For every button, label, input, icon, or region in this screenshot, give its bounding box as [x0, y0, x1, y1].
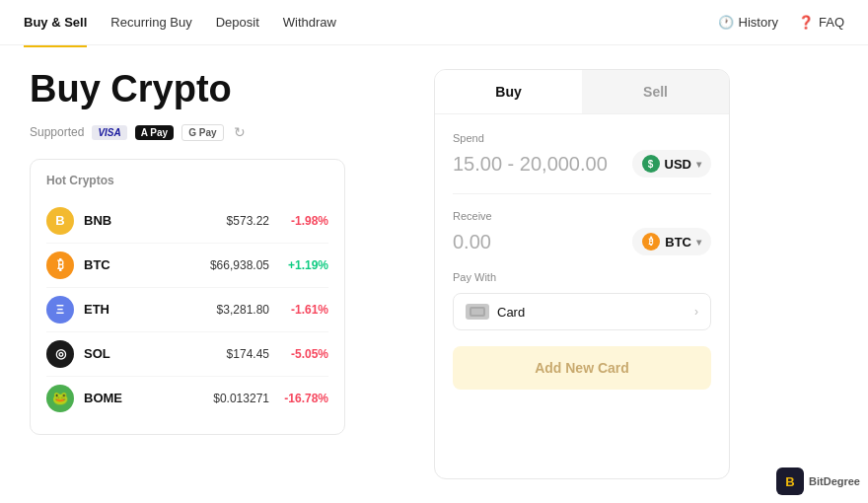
- svg-rect-1: [471, 309, 483, 315]
- refresh-icon[interactable]: ↻: [232, 124, 248, 140]
- trade-form: Spend 15.00 - 20,000.00 $ USD ▾ Receive …: [435, 114, 729, 405]
- eth-symbol: ETH: [84, 302, 123, 317]
- hot-cryptos-card: Hot Cryptos B BNB $573.22 -1.98% ₿ BTC $…: [30, 159, 345, 435]
- tab-buy[interactable]: Buy: [435, 70, 582, 113]
- card-option[interactable]: Card ›: [453, 293, 711, 330]
- nav-item-buy-sell[interactable]: Buy & Sell: [24, 11, 87, 34]
- btc-icon: ₿: [46, 252, 74, 279]
- receive-row: 0.00 ₿ BTC ▾: [453, 228, 711, 255]
- navigation: Buy & Sell Recurring Buy Deposit Withdra…: [0, 0, 868, 45]
- spend-label: Spend: [453, 132, 711, 144]
- supported-label: Supported: [30, 125, 84, 139]
- bome-change: -16.78%: [269, 392, 328, 405]
- btc-change: +1.19%: [269, 258, 328, 272]
- spend-currency-label: USD: [665, 157, 691, 172]
- logo-text: BitDegree: [809, 475, 860, 487]
- nav-right: 🕐 History ❓ FAQ: [718, 15, 844, 30]
- bome-price: $0.013271: [123, 392, 269, 405]
- card-chip-icon: [466, 304, 489, 320]
- spend-row: 15.00 - 20,000.00 $ USD ▾: [453, 150, 711, 178]
- spend-chevron-icon: ▾: [696, 159, 701, 170]
- crypto-row-bome[interactable]: 🐸 BOME $0.013271 -16.78%: [46, 377, 328, 420]
- crypto-row-bnb[interactable]: B BNB $573.22 -1.98%: [46, 199, 328, 244]
- receive-currency-label: BTC: [665, 235, 691, 250]
- logo-icon: B: [776, 467, 804, 495]
- spend-currency-selector[interactable]: $ USD ▾: [632, 150, 711, 178]
- btc-symbol: BTC: [84, 257, 123, 272]
- main-content: Buy Crypto Supported VISA A Pay G Pay ↻ …: [0, 45, 868, 503]
- receive-label: Receive: [453, 210, 711, 222]
- bnb-change: -1.98%: [269, 214, 328, 228]
- receive-value[interactable]: 0.00: [453, 231, 491, 253]
- btc-currency-icon: ₿: [642, 233, 660, 251]
- usd-icon: $: [642, 155, 660, 173]
- tab-sell[interactable]: Sell: [582, 70, 729, 113]
- add-card-button[interactable]: Add New Card: [453, 346, 711, 390]
- nav-item-deposit[interactable]: Deposit: [216, 11, 259, 34]
- crypto-row-eth[interactable]: Ξ ETH $3,281.80 -1.61%: [46, 288, 328, 332]
- spend-value[interactable]: 15.00 - 20,000.00: [453, 153, 608, 176]
- faq-button[interactable]: ❓ FAQ: [798, 15, 844, 30]
- bnb-price: $573.22: [123, 214, 269, 228]
- eth-change: -1.61%: [269, 303, 328, 317]
- page-title: Buy Crypto: [30, 69, 404, 110]
- sol-symbol: SOL: [84, 346, 123, 361]
- history-icon: 🕐: [718, 15, 734, 30]
- right-panel: Buy Sell Spend 15.00 - 20,000.00 $ USD ▾…: [434, 69, 730, 479]
- card-label: Card: [497, 305, 525, 320]
- eth-price: $3,281.80: [123, 303, 269, 317]
- bnb-symbol: BNB: [84, 213, 123, 228]
- pay-with-label: Pay With: [453, 271, 711, 283]
- eth-icon: Ξ: [46, 296, 74, 323]
- nav-item-recurring[interactable]: Recurring Buy: [110, 11, 191, 34]
- card-option-left: Card: [466, 304, 525, 320]
- gpay-badge: G Pay: [181, 124, 223, 141]
- sol-change: -5.05%: [269, 347, 328, 361]
- supported-row: Supported VISA A Pay G Pay ↻: [30, 124, 404, 141]
- buy-sell-tabs: Buy Sell: [435, 70, 729, 114]
- nav-item-withdraw[interactable]: Withdraw: [283, 11, 336, 34]
- receive-currency-selector[interactable]: ₿ BTC ▾: [632, 228, 711, 255]
- bome-symbol: BOME: [84, 391, 123, 405]
- divider: [453, 193, 711, 194]
- card-chevron-icon: ›: [694, 305, 698, 319]
- sol-price: $174.45: [123, 347, 269, 361]
- hot-cryptos-title: Hot Cryptos: [46, 174, 328, 187]
- btc-price: $66,938.05: [123, 258, 269, 272]
- bome-icon: 🐸: [46, 385, 74, 412]
- crypto-row-btc[interactable]: ₿ BTC $66,938.05 +1.19%: [46, 244, 328, 288]
- apple-pay-badge: A Pay: [135, 125, 174, 140]
- left-panel: Buy Crypto Supported VISA A Pay G Pay ↻ …: [30, 69, 404, 479]
- history-button[interactable]: 🕐 History: [718, 15, 778, 30]
- sol-icon: ◎: [46, 340, 74, 368]
- nav-left: Buy & Sell Recurring Buy Deposit Withdra…: [24, 11, 336, 34]
- crypto-row-sol[interactable]: ◎ SOL $174.45 -5.05%: [46, 332, 328, 377]
- logo-watermark: B BitDegree: [776, 467, 860, 495]
- bnb-icon: B: [46, 207, 74, 235]
- faq-icon: ❓: [798, 15, 814, 30]
- visa-badge: VISA: [92, 125, 126, 140]
- receive-chevron-icon: ▾: [696, 237, 701, 248]
